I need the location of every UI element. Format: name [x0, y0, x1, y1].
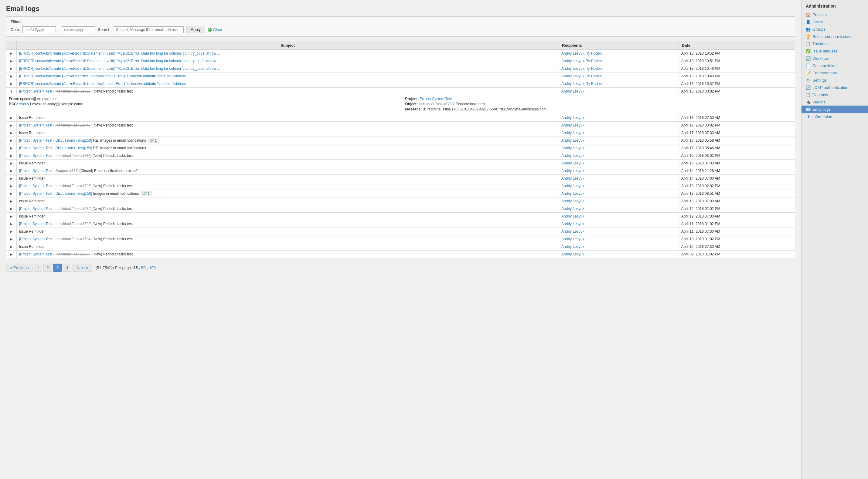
page-1[interactable]: 1	[34, 264, 42, 272]
sidebar-item-information[interactable]: ℹInformation	[802, 113, 868, 120]
subject-project-link[interactable]: [Project System Test - Individual Task #…	[19, 89, 91, 94]
recipient-link[interactable]: Andriy Lesyuk	[561, 184, 584, 188]
sidebar-item-groups[interactable]: 👥Groups	[802, 26, 868, 33]
subject-link[interactable]: [ERROR] contacts#create (ActiveRecord::U…	[19, 81, 188, 86]
prev-button[interactable]: « Previous	[6, 264, 32, 272]
recipient-link[interactable]: Andriy Lesyuk	[561, 244, 584, 249]
next-button[interactable]: Next »	[72, 264, 92, 272]
recipient-link[interactable]: Andriy Lesyuk	[561, 161, 584, 165]
page-4[interactable]: 4	[63, 264, 71, 272]
recipient-link[interactable]: Andriy Lesyuk	[561, 237, 584, 241]
expand-button[interactable]: ▶	[9, 237, 13, 241]
recipient-link[interactable]: Andriy Lesyuk, Ty Roden	[561, 59, 602, 63]
sidebar-item-settings[interactable]: ⚙Settings	[802, 76, 868, 84]
expand-cell: ▶	[6, 50, 17, 57]
recipient-link[interactable]: Andriy Lesyuk	[561, 214, 584, 218]
sidebar-item-trackers[interactable]: 📋Trackers	[802, 40, 868, 47]
subject-project-link[interactable]: [Project System Test - Individual Task #…	[19, 184, 91, 188]
subject-project-link[interactable]: [Project System Test - Individual Task #…	[19, 252, 91, 256]
recipient-link[interactable]: Andriy Lesyuk, Ty Roden	[561, 51, 602, 56]
expand-button[interactable]: ▶	[9, 192, 13, 195]
sidebar-item-workflow[interactable]: 🔄Workflow	[802, 55, 868, 62]
sidebar-item-roles[interactable]: 🏆Roles and permissions	[802, 33, 868, 40]
expand-button[interactable]: ▶	[9, 222, 13, 226]
expand-button[interactable]: ▼	[9, 90, 14, 93]
recipient-link[interactable]: Andriy Lesyuk	[561, 229, 584, 234]
expand-button[interactable]: ▶	[9, 161, 13, 165]
recipient-link[interactable]: Andriy Lesyuk	[561, 169, 584, 173]
subject-project-link[interactable]: [Project System Test - Discussions - msg…	[19, 138, 92, 143]
recipient-link[interactable]: Andriy Lesyuk	[561, 222, 584, 226]
recipient-link[interactable]: Andriy Lesyuk	[561, 199, 584, 203]
recipient-link[interactable]: Andriy Lesyuk	[561, 131, 584, 135]
expand-button[interactable]: ▶	[9, 245, 13, 248]
sidebar-item-plugins[interactable]: 🔌Plugins	[802, 98, 868, 106]
expand-button[interactable]: ▶	[9, 177, 13, 180]
page-2[interactable]: 2	[43, 264, 52, 272]
recipient-link[interactable]: Andriy Lesyuk	[561, 123, 584, 128]
subject-project-link[interactable]: [Project System Test - Discussions - msg…	[19, 192, 92, 196]
sidebar-item-projects[interactable]: 🏠Projects	[802, 11, 868, 18]
sidebar-item-users[interactable]: 👤Users	[802, 18, 868, 26]
subject-link[interactable]: [ERROR] contacts#create (ActiveRecord::S…	[19, 66, 220, 71]
subject-project-link[interactable]: [Project System Test - Discussions - msg…	[19, 146, 92, 150]
page-3[interactable]: 3	[53, 264, 62, 272]
subject-project-link[interactable]: [Project System Test - Individual Task #…	[19, 207, 91, 211]
expand-button[interactable]: ▶	[9, 252, 13, 256]
expand-button[interactable]: ▶	[9, 124, 13, 127]
sidebar-item-emaillogs[interactable]: 📧Email logs	[802, 106, 868, 113]
recipients-cell: Andriy Lesyuk, Ty Roden	[559, 72, 679, 80]
expand-button[interactable]: ▶	[9, 207, 13, 210]
recipient-link[interactable]: Andriy Lesyuk	[561, 192, 584, 196]
expand-button[interactable]: ▶	[9, 116, 13, 119]
recipient-link[interactable]: Andriy Lesyuk	[561, 153, 584, 158]
recipient-link[interactable]: Andriy Lesyuk	[561, 146, 584, 150]
recipient-link[interactable]: Andriy Lesyuk	[561, 138, 584, 143]
recipient-link[interactable]: Andriy Lesyuk	[561, 176, 584, 180]
expand-button[interactable]: ▶	[9, 74, 13, 78]
perpage-100[interactable]: 100	[149, 266, 156, 270]
subject-link[interactable]: [ERROR] contacts#create (ActiveRecord::S…	[19, 51, 220, 56]
expand-button[interactable]: ▶	[9, 214, 13, 218]
expand-button[interactable]: ▶	[9, 67, 13, 70]
date-from-input[interactable]	[23, 26, 56, 33]
expand-button[interactable]: ▶	[9, 230, 13, 233]
clear-button[interactable]: Clear	[208, 27, 222, 32]
expand-button[interactable]: ▶	[9, 52, 13, 55]
recipient-link[interactable]: Andriy Lesyuk	[561, 89, 584, 94]
date-to-input[interactable]	[62, 26, 95, 33]
recipient-link[interactable]: Andriy Lesyuk	[561, 115, 584, 120]
expand-button[interactable]: ▶	[9, 131, 13, 135]
expand-button[interactable]: ▶	[9, 139, 13, 142]
subject-link[interactable]: [ERROR] contacts#create (ActiveRecord::U…	[19, 74, 188, 78]
bcc-link[interactable]: Andriy	[19, 102, 29, 106]
project-link[interactable]: Project System Test	[420, 97, 452, 101]
sidebar-item-ldap[interactable]: 🔄LDAP authentication	[802, 84, 868, 91]
subject-project-link[interactable]: [Project System Test - Support #331]	[19, 169, 78, 173]
expand-button[interactable]: ▶	[9, 146, 13, 150]
recipient-link[interactable]: Andriy Lesyuk, Ty Roden	[561, 81, 602, 86]
search-input[interactable]	[114, 26, 184, 33]
expand-button[interactable]: ▶	[9, 199, 13, 203]
expand-button[interactable]: ▶	[9, 184, 13, 188]
subject-link[interactable]: [ERROR] contacts#create (ActiveRecord::S…	[19, 59, 220, 63]
recipient-link[interactable]: Andriy Lesyuk, Ty Roden	[561, 66, 602, 71]
subject-project-link[interactable]: [Project System Test - Individual Task #…	[19, 123, 91, 128]
sidebar-item-statuses[interactable]: ✅Issue statuses	[802, 47, 868, 55]
expand-button[interactable]: ▶	[9, 82, 13, 85]
sidebar-item-contacts[interactable]: 📋Contacts	[802, 91, 868, 98]
expand-button[interactable]: ▶	[9, 154, 13, 158]
recipient-link[interactable]: Andriy Lesyuk	[561, 207, 584, 211]
expand-button[interactable]: ▶	[9, 59, 13, 63]
apply-button[interactable]: Apply	[186, 26, 205, 33]
expand-button[interactable]: ▶	[9, 169, 13, 173]
perpage-25[interactable]: 25	[133, 266, 137, 270]
recipient-link[interactable]: Andriy Lesyuk, Ty Roden	[561, 74, 602, 78]
perpage-50[interactable]: 50	[141, 266, 146, 270]
recipient-link[interactable]: Andriy Lesyuk	[561, 252, 584, 256]
subject-project-link[interactable]: [Project System Test - Individual Task #…	[19, 153, 91, 158]
subject-project-link[interactable]: [Project System Test - Individual Task #…	[19, 222, 91, 226]
subject-project-link[interactable]: [Project System Test - Individual Task #…	[19, 237, 91, 241]
sidebar-item-customfields[interactable]: 📄Custom fields	[802, 62, 868, 69]
sidebar-item-enumerations[interactable]: 📝Enumerations	[802, 69, 868, 76]
